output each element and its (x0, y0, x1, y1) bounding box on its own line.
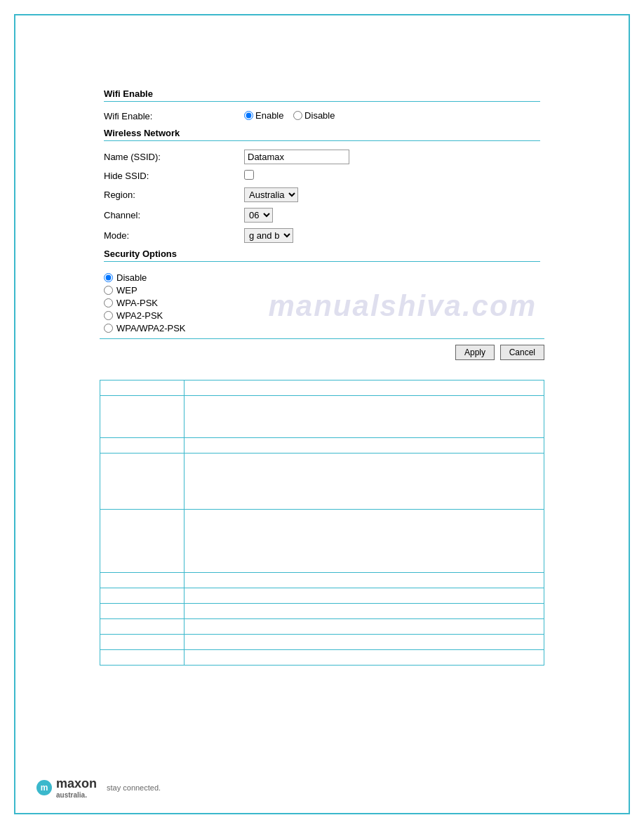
table-cell (185, 588, 544, 604)
wifi-enable-header: Wifi Enable (104, 88, 540, 102)
apply-button[interactable]: Apply (455, 345, 495, 360)
content-area: Wifi Enable Wifi Enable: Enable Disable (100, 86, 544, 666)
table-cell (185, 635, 544, 650)
security-wpa-wpa2-psk-label: WPA/WPA2-PSK (116, 323, 185, 333)
security-options-section: Security Options Disable WEP WPA-PSK (100, 246, 544, 338)
table-cell (100, 396, 185, 438)
table-cell (100, 454, 185, 510)
table-cell (185, 604, 544, 619)
table-cell (100, 650, 185, 666)
table-cell (185, 573, 544, 588)
brand-name: maxon (56, 776, 97, 790)
maxon-logo: m maxon australia. (36, 776, 97, 799)
table-row (100, 604, 544, 619)
table-row (100, 588, 544, 604)
table-cell (100, 619, 185, 635)
table-cell (185, 650, 544, 666)
hide-ssid-checkbox[interactable] (244, 170, 254, 180)
security-option-disable: Disable (104, 272, 540, 283)
table-cell (100, 588, 185, 604)
brand-sub: australia. (56, 791, 97, 799)
enable-radio[interactable] (244, 111, 253, 120)
security-wpa2-psk-radio[interactable] (104, 311, 113, 320)
table-row (100, 510, 544, 573)
ssid-field-cell (240, 147, 544, 167)
wifi-enable-controls: Enable Disable (240, 107, 544, 125)
table-cell (100, 635, 185, 650)
footer: m maxon australia. stay connected. (36, 776, 161, 799)
ssid-label: Name (SSID): (100, 147, 240, 167)
table-row (100, 619, 544, 635)
security-wpa-psk-radio[interactable] (104, 298, 113, 307)
channel-select[interactable]: 010203 040506 070809 10111213 (244, 208, 273, 223)
table-row (100, 650, 544, 666)
wireless-network-header: Wireless Network (104, 128, 540, 141)
cancel-button[interactable]: Cancel (500, 345, 544, 360)
ssid-input[interactable] (244, 150, 349, 164)
disable-radio-text: Disable (304, 110, 335, 121)
channel-label: Channel: (100, 205, 240, 225)
security-disable-label: Disable (116, 272, 147, 283)
tagline: stay connected. (107, 783, 161, 792)
table-cell (185, 454, 544, 510)
table-cell (185, 438, 544, 454)
page-border: manualshiva.com Wifi Enable Wifi Enable:… (14, 14, 630, 814)
security-wpa-wpa2-psk-radio[interactable] (104, 324, 113, 333)
mode-label: Mode: (100, 225, 240, 246)
table-row (100, 396, 544, 438)
table-row (100, 380, 544, 396)
security-options-header: Security Options (104, 249, 540, 262)
wifi-enable-section: Wifi Enable Wifi Enable: Enable Disable (100, 86, 544, 125)
wifi-enable-label: Wifi Enable: (100, 107, 240, 125)
maxon-logo-icon: m (36, 780, 52, 795)
disable-radio[interactable] (293, 111, 302, 120)
wireless-network-section: Wireless Network Name (SSID): Hide SSID:… (100, 125, 544, 246)
security-option-wep: WEP (104, 285, 540, 296)
region-select[interactable]: Australia USA Europe Japan (244, 187, 298, 202)
table-cell (100, 510, 185, 573)
security-wpa-psk-label: WPA-PSK (116, 298, 158, 308)
disable-radio-label[interactable]: Disable (293, 110, 335, 121)
table-cell (100, 438, 185, 454)
table-cell (100, 573, 185, 588)
region-label: Region: (100, 185, 240, 205)
hide-ssid-cell (240, 167, 544, 185)
enable-radio-text: Enable (255, 110, 283, 121)
security-option-wpa2-psk: WPA2-PSK (104, 310, 540, 321)
hide-ssid-label: Hide SSID: (100, 167, 240, 185)
table-cell (100, 604, 185, 619)
lower-table (100, 380, 544, 666)
security-wep-radio[interactable] (104, 286, 113, 295)
region-cell: Australia USA Europe Japan (240, 185, 544, 205)
mode-cell: g and b g only b only (240, 225, 544, 246)
enable-radio-label[interactable]: Enable (244, 110, 283, 121)
security-wpa2-psk-label: WPA2-PSK (116, 310, 163, 321)
security-wep-label: WEP (116, 285, 137, 296)
security-option-wpa-psk: WPA-PSK (104, 298, 540, 308)
table-cell (185, 380, 544, 396)
security-disable-radio[interactable] (104, 273, 113, 282)
table-cell (185, 396, 544, 438)
security-options-cell: Disable WEP WPA-PSK WPA2-PSK (100, 267, 544, 338)
table-cell (185, 619, 544, 635)
table-cell (185, 510, 544, 573)
mode-select[interactable]: g and b g only b only (244, 228, 293, 243)
table-row (100, 438, 544, 454)
table-row (100, 454, 544, 510)
table-row (100, 635, 544, 650)
table-row (100, 573, 544, 588)
channel-cell: 010203 040506 070809 10111213 (240, 205, 544, 225)
table-cell (100, 380, 185, 396)
security-option-wpa-wpa2-psk: WPA/WPA2-PSK (104, 323, 540, 333)
button-row: Apply Cancel (100, 338, 544, 366)
